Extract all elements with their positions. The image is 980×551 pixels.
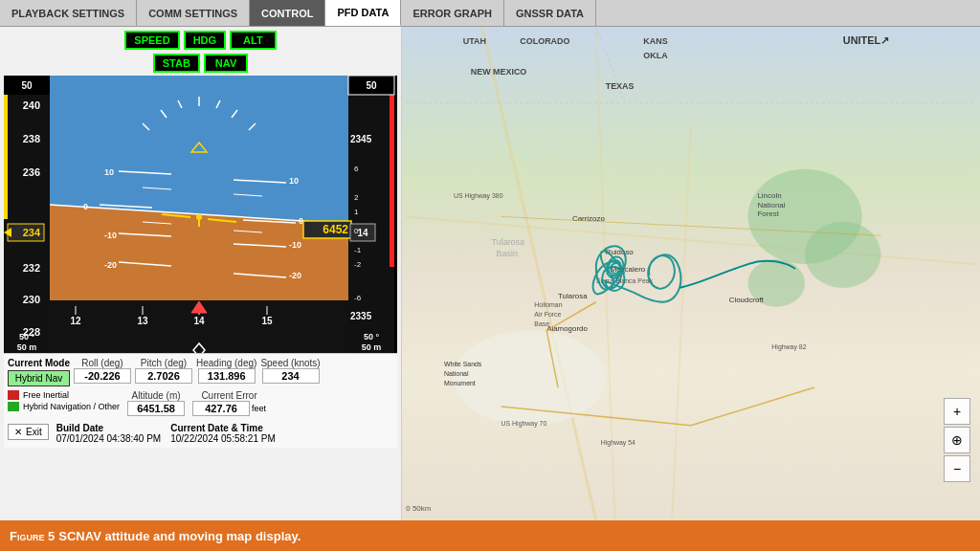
svg-text:US Highway 70: US Highway 70	[501, 420, 547, 428]
svg-text:Alamogordo: Alamogordo	[546, 324, 588, 333]
svg-text:238: 238	[23, 133, 40, 144]
svg-text:Highway 54: Highway 54	[601, 439, 635, 447]
svg-text:2: 2	[354, 193, 359, 202]
svg-text:Tularosa: Tularosa	[558, 292, 588, 300]
heading-field: Heading (deg) 131.896	[196, 358, 256, 384]
build-date-block: Build Date 07/01/2024 04:38:40 PM	[56, 423, 162, 444]
svg-text:Monument: Monument	[444, 380, 476, 386]
svg-text:-6: -6	[354, 294, 362, 302]
svg-text:230: 230	[23, 294, 40, 305]
current-datetime-block: Current Date & Time 10/22/2024 05:58:21 …	[170, 423, 276, 444]
figure-number: Figure 5	[10, 529, 55, 543]
svg-point-87	[454, 331, 606, 426]
build-date-section: Build Date 07/01/2024 04:38:40 PM Curren…	[56, 423, 276, 444]
exit-x-icon: ✕	[14, 427, 22, 437]
pfd-panel: SPEED HDG ALT STAB NAV	[0, 27, 402, 520]
tab-pfd[interactable]: PFD DATA	[325, 0, 401, 26]
hybrid-nav-button[interactable]: Hybrid Nav	[8, 370, 70, 386]
svg-text:UTAH: UTAH	[463, 36, 486, 46]
svg-rect-35	[4, 76, 50, 353]
svg-point-85	[805, 221, 880, 287]
pitch-field: Pitch (deg) 2.7026	[135, 358, 192, 384]
svg-line-80	[482, 27, 596, 520]
hdg-button[interactable]: HDG	[184, 31, 226, 50]
alt-button[interactable]: ALT	[230, 31, 277, 50]
map-minus-button[interactable]: −	[944, 455, 970, 482]
nav-button[interactable]: NAV	[204, 54, 248, 73]
svg-text:KANS: KANS	[643, 36, 667, 46]
svg-text:12: 12	[70, 316, 81, 326]
svg-line-83	[672, 121, 691, 520]
data-section: Current Mode Hybrid Nav Roll (deg) -20.2…	[4, 353, 397, 448]
svg-text:Air Force: Air Force	[534, 311, 561, 318]
tab-comm[interactable]: COMM SETTINGS	[137, 0, 250, 26]
content-area: SPEED HDG ALT STAB NAV	[0, 27, 980, 520]
svg-text:US Highway 380: US Highway 380	[454, 192, 503, 200]
svg-rect-36	[4, 76, 8, 219]
altitude-field: Altitude (m) 6451.58	[127, 390, 185, 416]
compass-icon: ⊕	[951, 432, 963, 448]
svg-text:13: 13	[137, 316, 148, 326]
stab-button[interactable]: STAB	[153, 54, 200, 73]
svg-text:10: 10	[289, 176, 299, 186]
svg-text:-20: -20	[289, 271, 301, 280]
svg-text:50 m: 50 m	[17, 342, 37, 352]
speed-field: Speed (knots) 234	[260, 358, 320, 384]
svg-text:0    50km: 0 50km	[406, 504, 431, 513]
svg-rect-49	[390, 76, 394, 267]
exit-button[interactable]: ✕ Exit	[8, 424, 49, 440]
svg-text:15: 15	[261, 316, 273, 326]
svg-text:14: 14	[357, 228, 368, 238]
map-plus-button[interactable]: +	[944, 398, 970, 425]
svg-text:Tularosa: Tularosa	[492, 237, 524, 247]
svg-text:NEW MEXICO: NEW MEXICO	[471, 67, 527, 77]
svg-text:50 °: 50 °	[19, 332, 35, 342]
svg-text:-10: -10	[104, 231, 117, 240]
svg-text:Forest: Forest	[757, 209, 779, 218]
svg-text:2345: 2345	[350, 134, 372, 144]
svg-text:COLORADO: COLORADO	[520, 36, 569, 46]
map-compass-button[interactable]: ⊕	[944, 427, 970, 453]
svg-text:Base: Base	[534, 320, 549, 327]
roll-field: Roll (deg) -20.226	[74, 358, 131, 384]
tab-error[interactable]: ERROR GRAPH	[401, 0, 504, 26]
svg-text:National: National	[444, 370, 469, 377]
svg-text:240: 240	[23, 99, 40, 111]
tab-control[interactable]: CONTROL	[250, 0, 325, 26]
svg-text:-10: -10	[289, 240, 301, 250]
svg-text:Cloudcroft: Cloudcroft	[729, 296, 765, 304]
main-container: PLAYBACK SETTINGS COMM SETTINGS CONTROL …	[0, 0, 980, 551]
svg-text:1: 1	[354, 208, 359, 216]
svg-text:OKLA: OKLA	[643, 51, 668, 60]
svg-text:6: 6	[354, 165, 359, 173]
legend-red-color	[8, 390, 19, 400]
svg-line-122	[691, 387, 814, 426]
svg-text:-1: -1	[354, 246, 362, 254]
speed-button[interactable]: SPEED	[124, 31, 179, 50]
legend-free-inertial: Free Inertial	[8, 390, 120, 400]
svg-text:50: 50	[366, 80, 377, 91]
pfd-buttons-row2: STAB NAV	[4, 54, 397, 73]
tab-playback[interactable]: PLAYBACK SETTINGS	[0, 0, 137, 26]
svg-line-118	[596, 27, 625, 102]
svg-text:14: 14	[193, 316, 205, 326]
svg-text:2335: 2335	[350, 311, 372, 321]
svg-text:0: 0	[354, 227, 359, 235]
bottom-row: ✕ Exit Build Date 07/01/2024 04:38:40 PM…	[8, 420, 393, 444]
svg-text:Basin: Basin	[497, 249, 518, 258]
map-nav-buttons: + ⊕ −	[944, 398, 970, 482]
svg-text:50 m: 50 m	[362, 342, 382, 352]
svg-text:TEXAS: TEXAS	[606, 81, 635, 91]
legend-section: Free Inertial Hybrid Navigation / Other	[8, 390, 120, 411]
tab-gnssr[interactable]: GNSSR DATA	[504, 0, 596, 26]
svg-text:National: National	[757, 201, 785, 209]
svg-text:Lincoln: Lincoln	[757, 191, 781, 200]
caption-bar: Figure 5 SCNAV attitude and moving map d…	[0, 520, 980, 551]
map-panel: UTAH COLORADO KANS OKLA TEXAS NEW MEXICO…	[402, 27, 980, 520]
pfd-instrument: 10 10 0 0 -10	[4, 76, 397, 353]
svg-text:10: 10	[104, 167, 114, 177]
svg-text:50 °: 50 °	[364, 332, 380, 342]
svg-text:232: 232	[23, 262, 40, 274]
current-mode-label: Current Mode	[8, 358, 70, 368]
svg-text:0: 0	[83, 202, 88, 211]
